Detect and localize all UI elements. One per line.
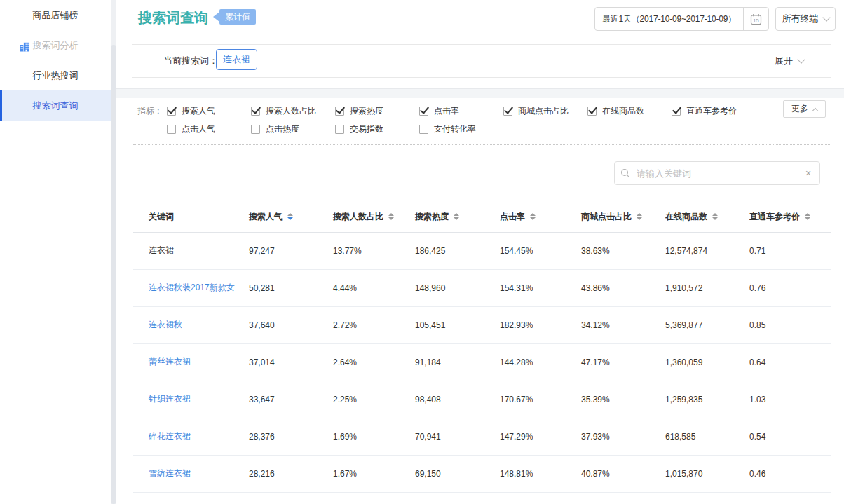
column-header: 关键词 — [133, 203, 249, 232]
column-header[interactable]: 点击率 — [500, 203, 581, 232]
value-cell: 2.72% — [333, 306, 415, 343]
value-cell: 34.12% — [581, 306, 665, 343]
current-word-button[interactable]: 连衣裙 — [216, 49, 257, 70]
keyword-table: 关键词搜索人气搜索人数占比搜索热度点击率商城点击占比在线商品数直通车参考价连衣裙… — [133, 203, 831, 493]
metric-label: 搜索热度 — [350, 105, 383, 117]
checkbox-unchecked-icon[interactable] — [335, 125, 344, 134]
keyword-cell[interactable]: 连衣裙秋 — [133, 306, 249, 343]
value-cell: 4.44% — [333, 269, 415, 306]
metric-checkbox-row1-4[interactable]: 商城点击占比 — [503, 105, 569, 117]
column-header[interactable]: 搜索热度 — [415, 203, 500, 232]
metric-checkbox-row2-1[interactable]: 点击热度 — [251, 123, 299, 135]
metric-checkbox-row1-0[interactable]: 搜索人气 — [167, 105, 215, 117]
value-cell: 2.25% — [333, 381, 415, 418]
sort-icon[interactable] — [530, 213, 536, 220]
value-cell: 1,360,059 — [665, 343, 749, 381]
value-cell: 154.31% — [500, 269, 581, 306]
checkbox-unchecked-icon[interactable] — [251, 125, 260, 134]
svg-text:15: 15 — [753, 17, 758, 23]
metrics-label: 指标： — [137, 105, 163, 117]
checkbox-checked-icon[interactable] — [672, 107, 681, 116]
value-cell: 0.85 — [749, 306, 831, 343]
keyword-cell[interactable]: 蕾丝连衣裙 — [133, 343, 249, 381]
clear-search-icon[interactable]: ✕ — [803, 168, 814, 179]
table-row: 雪纺连衣裙28,2161.67%69,150148.81%40.87%1,015… — [133, 455, 831, 492]
sidebar-item-label: 商品店铺榜 — [33, 10, 79, 20]
value-cell: 5,369,877 — [665, 306, 749, 343]
sort-icon[interactable] — [712, 213, 718, 220]
sort-icon[interactable] — [805, 213, 810, 220]
building-icon — [20, 42, 29, 52]
date-range-picker[interactable]: 最近1天（2017-10-09~2017-10-09） 15 — [594, 7, 769, 31]
table-row: 碎花连衣裙28,3761.69%70,941147.29%37.93%618,5… — [133, 418, 831, 455]
sidebar-item-label: 行业热搜词 — [33, 70, 79, 81]
vertical-scrollbar[interactable] — [111, 0, 116, 504]
metric-checkbox-row1-6[interactable]: 直通车参考价 — [672, 105, 737, 117]
checkbox-checked-icon[interactable] — [251, 107, 260, 116]
sort-icon[interactable] — [454, 213, 459, 220]
checkbox-checked-icon[interactable] — [503, 107, 512, 116]
table-row: 针织连衣裙33,6472.25%98,408170.67%35.39%1,259… — [133, 381, 831, 418]
sidebar-item-search-word-analysis[interactable]: 搜索词分析 — [0, 30, 111, 60]
sidebar-item-search-word-query[interactable]: 搜索词查询 — [0, 90, 111, 121]
table-row: 蕾丝连衣裙37,0142.64%91,184144.28%47.17%1,360… — [133, 343, 831, 381]
metric-checkbox-row2-0[interactable]: 点击人气 — [167, 123, 215, 135]
column-header[interactable]: 搜索人气 — [249, 203, 333, 232]
value-cell: 105,451 — [415, 306, 500, 343]
keyword-cell[interactable]: 连衣裙秋装2017新款女 — [133, 269, 249, 306]
value-cell: 186,425 — [415, 232, 500, 269]
keyword-cell[interactable]: 碎花连衣裙 — [133, 418, 249, 455]
cumulative-badge: 累计值 — [219, 9, 256, 25]
value-cell: 0.46 — [749, 455, 831, 492]
value-cell: 1.69% — [333, 418, 415, 455]
value-cell: 37,640 — [249, 306, 333, 343]
page-title: 搜索词查询 — [138, 8, 208, 27]
keyword-search-input[interactable] — [614, 161, 820, 185]
metric-checkbox-row2-3[interactable]: 支付转化率 — [419, 123, 476, 135]
more-metrics-button[interactable]: 更多 — [783, 100, 826, 118]
metric-label: 点击热度 — [266, 123, 299, 135]
value-cell: 0.76 — [749, 269, 831, 306]
keyword-cell[interactable]: 针织连衣裙 — [133, 381, 249, 418]
column-header[interactable]: 搜索人数占比 — [333, 203, 415, 232]
expand-button[interactable]: 展开 — [775, 45, 804, 77]
header-section: 搜索词查询 累计值 最近1天（2017-10-09~2017-10-09） 15… — [116, 0, 844, 89]
metric-label: 支付转化率 — [434, 123, 476, 135]
sort-icon[interactable] — [637, 213, 642, 220]
value-cell: 0.64 — [749, 343, 831, 381]
checkbox-unchecked-icon[interactable] — [167, 125, 176, 134]
checkbox-checked-icon[interactable] — [167, 107, 176, 116]
value-cell: 69,150 — [415, 455, 500, 492]
calendar-button[interactable]: 15 — [743, 8, 768, 30]
metric-checkbox-row2-2[interactable]: 交易指数 — [335, 123, 383, 135]
checkbox-checked-icon[interactable] — [419, 107, 428, 116]
value-cell: 0.71 — [749, 232, 831, 269]
value-cell: 2.64% — [333, 343, 415, 381]
checkbox-checked-icon[interactable] — [335, 107, 344, 116]
sidebar-item-industry-hot-words[interactable]: 行业热搜词 — [0, 60, 111, 90]
scrollbar-thumb[interactable] — [111, 45, 116, 504]
checkbox-checked-icon[interactable] — [587, 107, 597, 116]
sidebar-item-product-shop-rank[interactable]: 商品店铺榜 — [0, 0, 111, 30]
value-cell: 28,216 — [249, 455, 333, 492]
terminal-select[interactable]: 所有终端 — [775, 7, 836, 31]
keyword-cell: 连衣裙 — [133, 232, 249, 269]
metric-checkbox-row1-1[interactable]: 搜索人数占比 — [251, 105, 316, 117]
keyword-cell[interactable]: 雪纺连衣裙 — [133, 455, 249, 492]
table-row: 连衣裙秋装2017新款女50,2814.44%148,960154.31%43.… — [133, 269, 831, 306]
current-word-label: 当前搜索词： — [163, 45, 218, 77]
value-cell: 1.67% — [333, 455, 415, 492]
checkbox-unchecked-icon[interactable] — [419, 125, 428, 134]
metric-checkbox-row1-3[interactable]: 点击率 — [419, 105, 459, 117]
metric-checkbox-row1-2[interactable]: 搜索热度 — [335, 105, 383, 117]
value-cell: 35.39% — [581, 381, 665, 418]
metric-checkbox-row1-5[interactable]: 在线商品数 — [587, 105, 644, 117]
column-header[interactable]: 在线商品数 — [665, 203, 749, 232]
main-area: 搜索词查询 累计值 最近1天（2017-10-09~2017-10-09） 15… — [116, 0, 844, 504]
sort-icon[interactable] — [287, 213, 293, 220]
column-header[interactable]: 商城点击占比 — [581, 203, 665, 232]
column-header[interactable]: 直通车参考价 — [749, 203, 831, 232]
sort-icon[interactable] — [388, 213, 394, 220]
value-cell: 147.29% — [500, 418, 581, 455]
search-icon — [620, 168, 630, 178]
